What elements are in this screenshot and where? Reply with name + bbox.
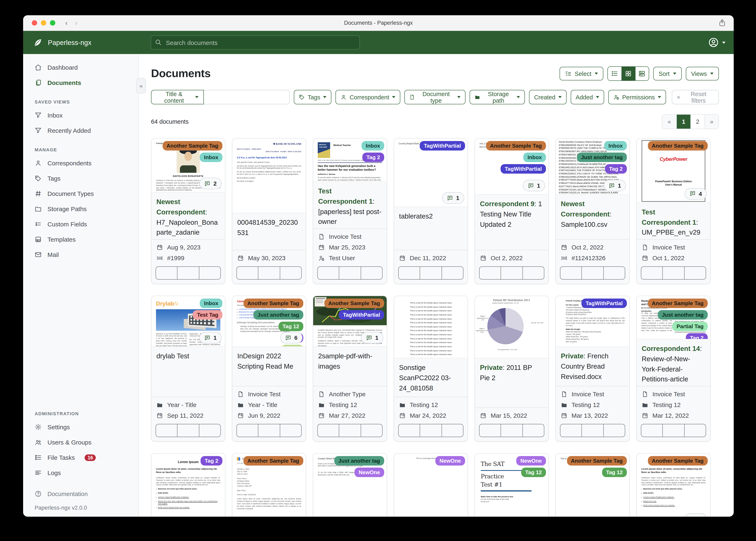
browser-back-button[interactable]: ‹ — [65, 19, 67, 27]
edit-button[interactable] — [641, 424, 663, 437]
preview-button[interactable] — [582, 267, 603, 279]
document-card[interactable]: DrylabNNETFLIXWelcome to our first newsl… — [151, 296, 225, 442]
filter-correspondent-button[interactable]: Correspondent — [335, 90, 400, 104]
document-card[interactable]: Lorem ipsumLorem ipsum dolor sit amet, c… — [636, 453, 711, 517]
preview-button[interactable] — [420, 424, 442, 437]
sidebar-item-documents[interactable]: Documents — [23, 75, 138, 90]
download-button[interactable] — [603, 267, 625, 279]
edit-button[interactable] — [641, 267, 663, 279]
select-dropdown-button[interactable]: Select — [559, 67, 603, 80]
edit-button[interactable] — [156, 424, 177, 437]
preview-button[interactable] — [258, 267, 280, 279]
filter-added-button[interactable]: Added — [571, 90, 604, 104]
download-button[interactable] — [199, 424, 220, 437]
filter-storage-path-button[interactable]: Storage path — [470, 90, 525, 104]
document-card[interactable]: Serial Number,Company Name,Employe978818… — [555, 138, 630, 284]
pagination-page-1[interactable]: 1 — [676, 115, 690, 129]
document-card[interactable]: Curabitur bibendum ante urna, sed blandi… — [313, 296, 387, 442]
sidebar-item-users-groups[interactable]: Users & Groups — [23, 435, 138, 450]
edit-button[interactable] — [318, 424, 339, 437]
edit-button[interactable] — [560, 424, 582, 437]
document-card[interactable]: AdobeThis document contains information … — [232, 296, 306, 442]
sidebar-item-document-types[interactable]: Document Types — [23, 186, 138, 201]
document-card[interactable]: Review of Arbitral Awards Shows Swift Re… — [636, 296, 711, 442]
preview-button[interactable] — [177, 267, 199, 279]
views-dropdown-button[interactable]: Views — [686, 67, 719, 80]
zoom-window-button[interactable] — [50, 20, 55, 26]
browser-forward-button[interactable]: › — [75, 19, 77, 27]
document-card[interactable]: Lorem ipsumLorem ipsum dolor sit amet, c… — [151, 453, 225, 517]
filter-created-button[interactable]: Created — [529, 90, 566, 104]
document-card[interactable]: Country,Region/State," TagWithPartial 1 … — [394, 138, 468, 284]
preview-button[interactable] — [339, 267, 361, 279]
document-card[interactable]: Contact Sheet DemoGiven a set of image f… — [313, 453, 387, 517]
preview-button[interactable] — [420, 267, 442, 279]
sidebar-item-storage-paths[interactable]: Storage Paths — [23, 201, 138, 217]
preview-button[interactable] — [501, 424, 522, 437]
sidebar-item-settings[interactable]: Settings — [23, 419, 138, 435]
sidebar-item-dashboard[interactable]: Dashboard — [23, 60, 138, 75]
download-button[interactable] — [441, 267, 463, 279]
filter-document-type-button[interactable]: Document type — [404, 90, 465, 104]
edit-button[interactable] — [318, 267, 339, 279]
edit-button[interactable] — [237, 424, 258, 437]
sidebar-item-recently-added[interactable]: Recently Added — [23, 123, 138, 138]
preview-button[interactable] — [663, 267, 684, 279]
download-button[interactable] — [280, 424, 301, 437]
app-brand[interactable]: Paperless-ngx — [23, 38, 139, 47]
minimize-window-button[interactable] — [41, 20, 46, 26]
sidebar-item-mail[interactable]: Mail — [23, 247, 138, 262]
document-card[interactable]: Francja pod rNAPOLEON BONAPARTEUrodzony … — [151, 138, 225, 284]
document-card[interactable]: ❋ BANK OF SCOTLANDBank of Scotland · 108… — [232, 138, 306, 284]
document-card[interactable]: MEDICAL TEACHERMedical TeacherISSN: 0142… — [313, 138, 387, 284]
share-icon[interactable] — [718, 19, 726, 27]
reset-filters-button[interactable]: × Reset filters — [672, 90, 719, 104]
document-card[interactable]: one,1.0five,5.0 Another Sample TagInboxT… — [475, 138, 549, 284]
document-card[interactable]: French Country BreadFor the Leaven1 heap… — [555, 296, 630, 442]
sort-dropdown-button[interactable]: Sort — [653, 67, 682, 80]
filter-tags-button[interactable]: Tags — [294, 90, 331, 104]
close-window-button[interactable] — [32, 20, 37, 26]
search-input[interactable] — [151, 35, 360, 50]
download-button[interactable] — [441, 424, 463, 437]
download-button[interactable] — [199, 267, 220, 279]
document-card[interactable]: CyberPowerPowerPanel® Business EditionUs… — [636, 138, 711, 284]
document-card[interactable]: The SATPracticeTest #1Make time to take … — [475, 453, 549, 517]
view-mode-list-button[interactable] — [608, 67, 621, 80]
pagination-next-button[interactable]: » — [704, 115, 718, 129]
pagination-page-2[interactable]: 2 — [690, 115, 704, 129]
view-mode-grid-button[interactable] — [621, 67, 635, 80]
preview-button[interactable] — [663, 424, 684, 437]
download-button[interactable] — [360, 424, 382, 437]
sidebar-item-correspondents[interactable]: Correspondents — [23, 156, 138, 171]
document-card[interactable]: This is a multi page document. Page 1. N… — [394, 453, 468, 517]
document-card[interactable]: Patient BP Distribution 2011Isolated Sys… — [475, 296, 549, 442]
download-button[interactable] — [684, 267, 706, 279]
sidebar-item-custom-fields[interactable]: Custom Fields — [23, 217, 138, 232]
preview-button[interactable] — [177, 424, 199, 437]
pagination-previous-button[interactable]: « — [662, 115, 676, 129]
download-button[interactable] — [603, 424, 625, 437]
edit-button[interactable] — [399, 267, 420, 279]
sidebar-item-templates[interactable]: Templates — [23, 232, 138, 247]
edit-button[interactable] — [237, 267, 258, 279]
document-card[interactable]: Test Name123-456-7890January 2, 2022July… — [232, 453, 306, 517]
download-button[interactable] — [522, 267, 544, 279]
edit-button[interactable] — [480, 424, 501, 437]
user-menu[interactable] — [708, 37, 725, 48]
sidebar-item-documentation[interactable]: Documentation — [23, 486, 138, 501]
edit-button[interactable] — [480, 267, 501, 279]
filter-text-input[interactable] — [204, 90, 289, 104]
download-button[interactable] — [684, 424, 706, 437]
edit-button[interactable] — [399, 424, 420, 437]
edit-button[interactable] — [156, 267, 177, 279]
sidebar-item-tags[interactable]: Tags — [23, 171, 138, 186]
filter-field-dropdown-button[interactable]: Title & content — [151, 90, 204, 104]
sidebar-item-inbox[interactable]: Inbox — [23, 108, 138, 123]
filter-permissions-button[interactable]: Permissions — [608, 90, 666, 104]
document-card[interactable]: This is a test Another Sample TagTag 12 — [555, 453, 630, 517]
download-button[interactable] — [280, 267, 301, 279]
sidebar-item-file-tasks[interactable]: File Tasks16 — [23, 450, 138, 465]
download-button[interactable] — [522, 424, 544, 437]
document-card[interactable]: This is a test for the double space char… — [394, 296, 468, 442]
